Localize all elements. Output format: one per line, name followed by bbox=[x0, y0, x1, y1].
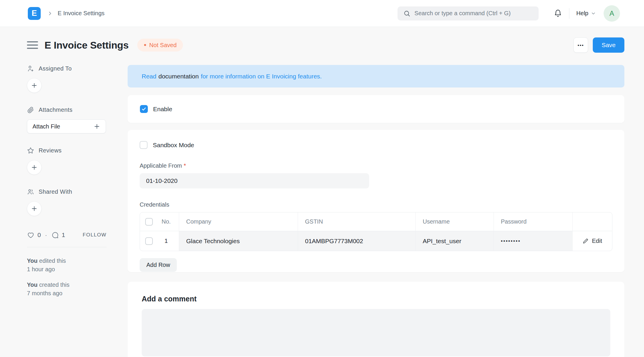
row-cell-no: 1 bbox=[140, 231, 179, 251]
check-icon bbox=[141, 107, 146, 111]
activity-time: 7 months ago bbox=[27, 289, 107, 298]
select-all-checkbox[interactable] bbox=[145, 218, 153, 226]
navbar-divider bbox=[569, 8, 569, 19]
edit-row-button[interactable]: Edit bbox=[583, 238, 602, 244]
attach-file-button[interactable]: Attach File bbox=[27, 119, 106, 133]
attachments-label: Attachments bbox=[39, 107, 73, 113]
search-icon bbox=[403, 10, 410, 17]
row-cell-company[interactable]: Glace Technologies bbox=[179, 231, 298, 251]
breadcrumb[interactable]: E Invoice Settings bbox=[58, 10, 105, 17]
applicable-from-label: Applicable From* bbox=[140, 162, 612, 169]
enable-label: Enable bbox=[153, 106, 172, 113]
required-asterisk: * bbox=[184, 162, 186, 169]
banner-read: Read bbox=[142, 73, 156, 80]
sidebar-divider bbox=[27, 247, 107, 247]
global-search[interactable] bbox=[398, 6, 539, 20]
search-input[interactable] bbox=[415, 10, 533, 17]
like-button[interactable]: 0 bbox=[27, 231, 41, 239]
plus-icon bbox=[93, 123, 100, 130]
add-row-button[interactable]: Add Row bbox=[140, 258, 177, 272]
applicable-from-input[interactable] bbox=[140, 173, 369, 188]
comment-textarea[interactable] bbox=[142, 309, 610, 356]
shared-with-label: Shared With bbox=[39, 188, 72, 195]
people-icon bbox=[27, 188, 34, 195]
activity-actor: You bbox=[27, 282, 37, 288]
credentials-table: No. Company GSTIN Username Password 1 Gl… bbox=[140, 212, 612, 251]
follow-button[interactable]: FOLLOW bbox=[83, 232, 107, 238]
app-logo-letter: E bbox=[32, 9, 37, 18]
enable-checkbox[interactable] bbox=[140, 105, 148, 113]
assigned-to-section: Assigned To bbox=[27, 65, 107, 72]
chevron-right-icon bbox=[47, 11, 53, 16]
comment-count-button[interactable]: 1 bbox=[51, 231, 65, 239]
status-badge: • Not Saved bbox=[137, 39, 183, 52]
likes-separator: · bbox=[45, 231, 47, 238]
user-avatar[interactable]: A bbox=[604, 5, 620, 22]
add-comment-title: Add a comment bbox=[142, 295, 610, 303]
settings-card: Sandbox Mode Applicable From* Credential… bbox=[128, 130, 624, 272]
header-cell-password: Password bbox=[494, 212, 573, 231]
comment-count: 1 bbox=[62, 231, 65, 238]
assigned-to-label: Assigned To bbox=[39, 65, 72, 72]
pencil-icon bbox=[583, 238, 589, 244]
reviews-label: Reviews bbox=[39, 147, 61, 154]
comment-bubble-icon bbox=[51, 231, 59, 239]
row-cell-gstin[interactable]: 01AMBPG7773M002 bbox=[298, 231, 416, 251]
sidebar: Assigned To Attachments Attach File Revi… bbox=[27, 65, 107, 298]
documentation-link[interactable]: documentation bbox=[158, 73, 199, 80]
more-options-button[interactable]: ••• bbox=[573, 37, 588, 53]
likes-row: 0 · 1 FOLLOW bbox=[27, 231, 107, 239]
header-actions: ••• Save bbox=[573, 37, 624, 53]
star-icon bbox=[27, 147, 34, 154]
activity-created: You created this 7 months ago bbox=[27, 281, 107, 298]
row-cell-username[interactable]: API_test_user bbox=[416, 231, 494, 251]
sandbox-mode-label: Sandbox Mode bbox=[153, 142, 194, 149]
activity-log: You edited this 1 hour ago You created t… bbox=[27, 257, 107, 298]
main-content: Read documentation for more information … bbox=[128, 65, 624, 357]
navbar-right: Help A bbox=[398, 5, 620, 22]
navbar: E E Invoice Settings Help A bbox=[0, 0, 644, 27]
plus-icon bbox=[31, 164, 38, 171]
page-title: E Invoice Settings bbox=[44, 40, 129, 51]
attach-file-label: Attach File bbox=[32, 123, 60, 130]
col-no: No. bbox=[158, 218, 174, 225]
plus-icon bbox=[31, 82, 38, 89]
save-button[interactable]: Save bbox=[593, 37, 624, 53]
add-assignment-button[interactable] bbox=[27, 78, 42, 93]
add-share-button[interactable] bbox=[27, 201, 42, 216]
header-cell-actions bbox=[573, 212, 612, 231]
help-menu[interactable]: Help bbox=[576, 10, 596, 17]
chevron-down-icon bbox=[591, 11, 596, 16]
activity-time: 1 hour ago bbox=[27, 265, 107, 274]
activity-edited: You edited this 1 hour ago bbox=[27, 257, 107, 274]
page-header: E Invoice Settings • Not Saved ••• Save bbox=[27, 37, 624, 53]
reviews-section: Reviews bbox=[27, 147, 107, 154]
header-cell-username: Username bbox=[416, 212, 494, 231]
heart-icon bbox=[27, 231, 35, 239]
activity-actor: You bbox=[27, 258, 37, 264]
app-logo[interactable]: E bbox=[28, 7, 41, 20]
banner-rest: for more information on E Invoicing feat… bbox=[201, 73, 322, 80]
password-masked: •••••••• bbox=[501, 238, 521, 244]
paperclip-icon bbox=[27, 106, 34, 114]
shared-with-section: Shared With bbox=[27, 188, 107, 195]
row-number: 1 bbox=[158, 238, 174, 244]
avatar-initial: A bbox=[609, 9, 614, 18]
credentials-label: Credentials bbox=[140, 201, 612, 208]
row-cell-password[interactable]: •••••••• bbox=[494, 231, 573, 251]
sandbox-mode-checkbox[interactable] bbox=[140, 141, 148, 149]
help-label: Help bbox=[576, 10, 588, 17]
menu-icon[interactable] bbox=[27, 40, 38, 50]
activity-action: edited this bbox=[37, 258, 66, 264]
assign-user-icon bbox=[27, 65, 34, 72]
add-review-button[interactable] bbox=[27, 160, 42, 175]
activity-action: created this bbox=[37, 282, 69, 288]
notifications-bell-icon[interactable] bbox=[554, 9, 562, 18]
row-select-checkbox[interactable] bbox=[145, 237, 153, 245]
header-cell-company: Company bbox=[179, 212, 298, 231]
sandbox-row: Sandbox Mode bbox=[140, 141, 612, 149]
comment-card: Add a comment bbox=[128, 282, 624, 357]
header-cell-no: No. bbox=[140, 212, 179, 231]
header-cell-gstin: GSTIN bbox=[298, 212, 416, 231]
plus-icon bbox=[31, 205, 38, 212]
